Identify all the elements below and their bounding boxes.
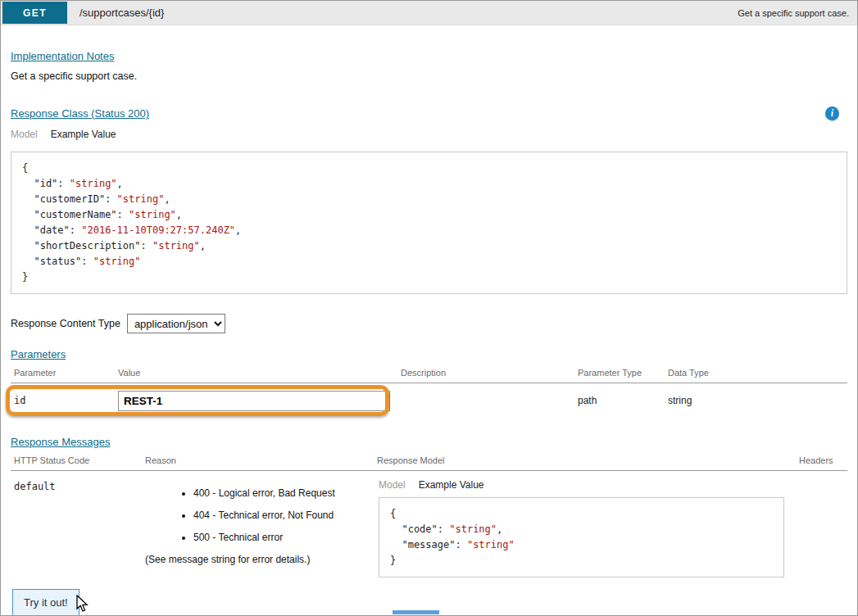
response-message-row: default 400 - Logical error, Bad Request… [11, 471, 847, 578]
column-reason: Reason [142, 455, 374, 465]
info-icon[interactable]: i [825, 106, 839, 120]
column-headers: Headers [796, 455, 847, 465]
http-method-badge[interactable]: GET [2, 2, 67, 24]
operation-summary: Get a specific support case. [738, 8, 849, 18]
response-class-link[interactable]: Response Class (Status 200) [11, 107, 149, 120]
reason-cell: 400 - Logical error, Bad Request404 - Te… [142, 471, 374, 578]
reason-note: (See message string for error details.) [142, 554, 374, 565]
response-messages-table-header: HTTP Status Code Reason Response Model H… [11, 455, 847, 471]
column-http-status-code: HTTP Status Code [11, 455, 142, 465]
column-response-model: Response Model [374, 455, 796, 465]
response-example-code: { "id": "string", "customerID": "string"… [11, 152, 847, 294]
column-value: Value [115, 368, 397, 378]
parameter-type: path [574, 395, 665, 406]
reason-item: 404 - Technical error, Not Found [193, 510, 374, 521]
api-operation-panel: GET /supportcases/{id} Get a specific su… [0, 0, 858, 616]
tab-model[interactable]: Model [11, 129, 38, 140]
column-description: Description [397, 368, 574, 378]
implementation-notes-link[interactable]: Implementation Notes [11, 50, 114, 62]
reason-item: 400 - Logical error, Bad Request [193, 487, 374, 499]
operation-path[interactable]: /supportcases/{id} [79, 7, 164, 19]
column-data-type: Data Type [665, 368, 847, 378]
reason-list: 400 - Logical error, Bad Request404 - Te… [142, 487, 374, 543]
column-parameter: Parameter [11, 368, 115, 378]
parameter-data-type: string [665, 395, 847, 406]
tab-error-model[interactable]: Model [379, 479, 406, 491]
tab-example-value[interactable]: Example Value [51, 129, 116, 140]
parameter-name: id [11, 395, 115, 406]
status-code: default [11, 471, 142, 578]
parameters-table-header: Parameter Value Description Parameter Ty… [11, 368, 847, 383]
response-content-type-label: Response Content Type [11, 318, 120, 329]
horizontal-scrollbar-thumb[interactable] [393, 610, 439, 614]
response-content-type-select[interactable]: application/json [127, 314, 225, 333]
headers-cell [796, 471, 847, 578]
parameter-value-input[interactable] [118, 391, 390, 411]
response-model-cell: ModelExample Value { "code": "string", "… [374, 471, 796, 578]
implementation-notes-text: Get a specific support case. [11, 70, 847, 82]
tab-error-example-value[interactable]: Example Value [419, 479, 484, 491]
parameter-row: id path string [11, 383, 847, 418]
operation-header: GET /supportcases/{id} Get a specific su… [1, 1, 857, 25]
column-parameter-type: Parameter Type [574, 368, 665, 378]
error-example-code: { "code": "string", "message": "string"} [379, 497, 784, 578]
operation-body: Implementation Notes Get a specific supp… [1, 48, 857, 616]
response-messages-link[interactable]: Response Messages [11, 436, 110, 448]
try-it-out-button[interactable]: Try it out! [12, 589, 79, 616]
parameters-link[interactable]: Parameters [11, 348, 66, 360]
reason-item: 500 - Technical error [193, 532, 374, 543]
